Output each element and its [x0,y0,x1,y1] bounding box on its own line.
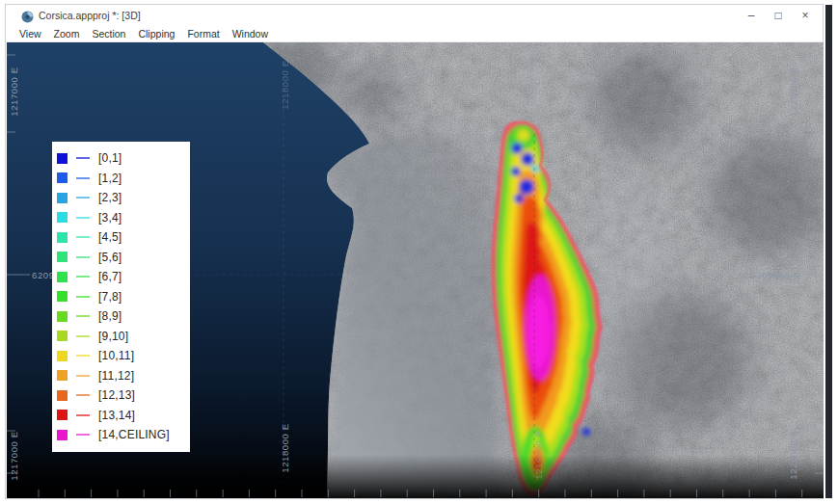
axis-label-easting-top-right: 1220000 E [788,66,798,116]
legend-dash [76,256,90,258]
legend-swatch [57,351,68,361]
legend-dash [76,157,90,159]
legend-label: [2,3] [98,191,122,204]
legend-row[interactable]: [6,7] [52,267,190,287]
legend-row[interactable]: [0,1] [52,148,190,169]
legend-dash [76,236,90,238]
legend-label: [6,7] [98,270,122,283]
legend-label: [1,2] [98,172,122,185]
legend-row[interactable]: [7,8] [52,287,190,307]
legend-dash [76,217,90,219]
legend-row[interactable]: [3,4] [52,208,190,228]
legend-row[interactable]: [14,CEILING] [52,425,190,445]
screenshot-stage: Corsica.appproj *: [3D] – □ × View Zoom … [0,0,838,504]
legend-label: [12,13] [98,388,135,402]
title-bar: Corsica.appproj *: [3D] – □ × [6,5,823,26]
legend-panel[interactable]: [0,1] [1,2] [2,3] [3,4] [4,5] [5,6] [6,7… [52,142,190,452]
legend-label: [11,12] [98,369,134,383]
legend-row[interactable]: [13,14] [52,406,190,426]
bottom-fade [7,455,824,498]
viewport-3d[interactable]: 1217000 E 1217000 E 1218000 E 1218000 E … [7,42,824,498]
legend-row[interactable]: [5,6] [52,248,190,268]
menu-zoom[interactable]: Zoom [52,28,82,40]
legend-swatch [57,252,68,262]
axis-label-easting-bottom-mid: 1218000 E [280,423,290,472]
maximize-button[interactable]: □ [765,6,792,25]
axis-label-easting-top-left: 1217000 E [9,66,19,116]
legend-label: [4,5] [98,230,122,244]
terrain-smooth-slope [325,132,500,495]
legend-swatch [57,370,68,381]
legend-label: [5,6] [98,251,122,264]
legend-swatch [57,232,68,243]
axis-label-easting-bottom-left: 1217000 E [9,431,19,480]
legend-swatch [57,172,68,183]
legend-row[interactable]: [2,3] [52,188,190,208]
legend-swatch [57,153,68,164]
legend-row[interactable]: [11,12] [52,366,190,386]
window-edge-shadow [825,5,832,498]
legend-dash [76,375,90,377]
legend-dash [76,394,90,396]
app-icon [21,10,34,22]
legend-row[interactable]: [1,2] [52,169,190,189]
legend-swatch [57,331,68,341]
legend-row[interactable]: [12,13] [52,385,190,406]
menu-window[interactable]: Window [230,28,270,40]
legend-swatch [57,410,68,420]
legend-dash [76,197,90,199]
legend-swatch [57,390,68,401]
menu-bar: View Zoom Section Clipping Format Window [6,26,823,42]
axis-label-easting-top-mid: 1218000 E [280,60,290,109]
window-title: Corsica.appproj *: [3D] [39,10,141,21]
legend-label: [10,11] [98,349,134,362]
legend-swatch [57,212,68,223]
menu-clipping[interactable]: Clipping [136,28,176,40]
window-controls: – □ × [738,6,823,25]
legend-row[interactable]: [9,10] [52,327,190,347]
legend-label: [7,8] [98,290,122,304]
close-button[interactable]: × [792,6,819,25]
menu-view[interactable]: View [17,28,43,40]
legend-row[interactable]: [10,11] [52,346,190,366]
legend-row[interactable]: [4,5] [52,227,190,248]
legend-label: [13,14] [98,409,135,422]
legend-dash [76,177,90,179]
legend-label: [8,9] [98,309,122,323]
legend-swatch [57,311,68,322]
legend-label: [3,4] [98,211,122,225]
legend-dash [76,296,90,298]
legend-dash [76,414,90,416]
legend-dash [76,335,90,337]
legend-label: [0,1] [98,151,122,165]
axis-label-easting-top-mid2: 1219000 E [525,56,535,105]
legend-swatch [57,272,68,282]
menu-format[interactable]: Format [185,28,221,40]
app-window: Corsica.appproj *: [3D] – □ × View Zoom … [5,4,824,499]
menu-section[interactable]: Section [90,28,127,40]
legend-dash [76,315,90,317]
legend-label: [14,CEILING] [98,428,170,441]
axis-label-easting-bottom-right: 1220000 E [788,430,798,479]
legend-swatch [57,291,68,302]
legend-rows: [0,1] [1,2] [2,3] [3,4] [4,5] [5,6] [6,7… [52,148,190,445]
legend-swatch [57,193,68,203]
legend-swatch [57,430,68,440]
legend-label: [9,10] [98,330,128,343]
axis-label-easting-bottom-mid2: 1219000 E [533,430,544,479]
legend-dash [76,434,90,436]
axis-label-northing-right: 6209000 N [750,270,800,280]
minimize-button[interactable]: – [738,6,765,25]
legend-row[interactable]: [8,9] [52,306,190,327]
legend-dash [76,276,90,278]
legend-dash [76,355,90,357]
